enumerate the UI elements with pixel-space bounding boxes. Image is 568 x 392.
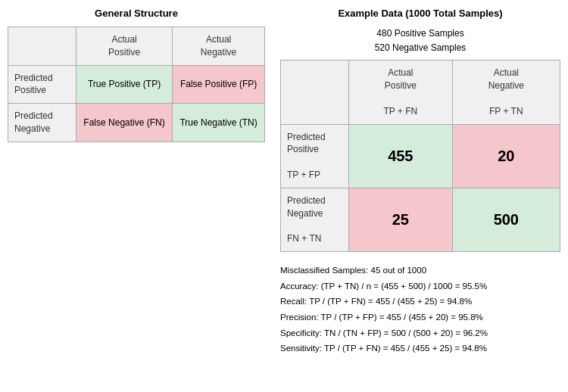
left-title: General Structure: [8, 8, 265, 19]
recall: Recall: TP / (TP + FN) = 455 / (455 + 25…: [280, 294, 560, 310]
main-container: General Structure ActualPositive ActualN…: [8, 8, 560, 356]
example-data-table: ActualPositiveTP + FN ActualNegativeFP +…: [280, 60, 560, 252]
blank-header: [8, 27, 76, 66]
pred-neg-label-right: PredictedNegativeFN + TN: [281, 188, 349, 251]
fn-cell: False Negative (FN): [76, 104, 173, 142]
accuracy: Accuracy: (TP + TN) / n = (455 + 500) / …: [280, 278, 560, 294]
left-section: General Structure ActualPositive ActualN…: [8, 8, 265, 142]
actual-negative-header-right: ActualNegativeFP + TN: [452, 61, 560, 124]
fp-cell: False Positive (FP): [173, 65, 265, 104]
fp-value: 20: [452, 124, 560, 188]
specificity: Specificity: TN / (TN + FP) = 500 / (500…: [280, 325, 560, 341]
actual-positive-header-right: ActualPositiveTP + FN: [349, 61, 453, 124]
negative-samples: 520 Negative Samples: [280, 41, 560, 55]
predicted-negative-row-label: PredictedNegative: [8, 104, 76, 142]
sample-info: 480 Positive Samples 520 Negative Sample…: [280, 26, 560, 55]
pred-pos-label-right: PredictedPositiveTP + FP: [281, 124, 349, 188]
tp-cell: True Positive (TP): [76, 65, 173, 104]
actual-positive-header: ActualPositive: [76, 27, 173, 66]
right-section: Example Data (1000 Total Samples) 480 Po…: [280, 8, 560, 356]
tn-value: 500: [452, 188, 560, 251]
predicted-positive-row-label: PredictedPositive: [8, 65, 76, 104]
misclassified: Misclassified Samples: 45 out of 1000: [280, 263, 560, 278]
actual-negative-header: ActualNegative: [173, 27, 265, 66]
right-title: Example Data (1000 Total Samples): [280, 8, 560, 19]
sensitivity: Sensitivity: TP / (TP + FN) = 455 / (455…: [280, 341, 560, 356]
metrics-section: Misclassified Samples: 45 out of 1000 Ac…: [280, 263, 560, 356]
general-structure-table: ActualPositive ActualNegative PredictedP…: [8, 26, 265, 142]
precision: Precision: TP / (TP + FP) = 455 / (455 +…: [280, 310, 560, 325]
tp-value: 455: [349, 124, 453, 188]
fn-value: 25: [349, 188, 453, 251]
positive-samples: 480 Positive Samples: [280, 26, 560, 41]
tn-cell: True Negative (TN): [173, 104, 265, 142]
blank-header-right: [281, 61, 349, 124]
